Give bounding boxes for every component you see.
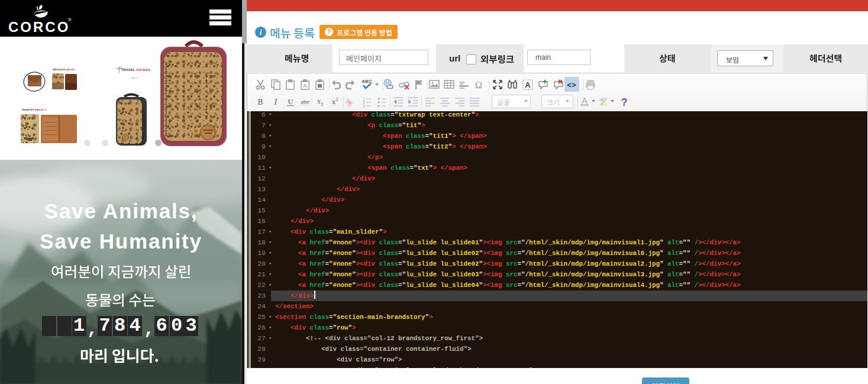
svg-text:2: 2 [321,102,324,107]
svg-text:U: U [288,97,293,106]
svg-text:?: ? [621,96,628,108]
svg-text:3: 3 [363,104,365,108]
svg-text:Ω: Ω [475,80,482,90]
svg-text:B: B [257,98,263,107]
svg-text:A: A [582,96,588,105]
svg-text:2: 2 [336,97,338,102]
svg-text:A: A [525,80,531,89]
svg-text:A: A [303,83,307,89]
svg-text:x: x [332,98,335,106]
svg-text:<>: <> [567,81,576,90]
svg-text:x: x [317,97,321,105]
svg-text:I: I [273,98,277,107]
